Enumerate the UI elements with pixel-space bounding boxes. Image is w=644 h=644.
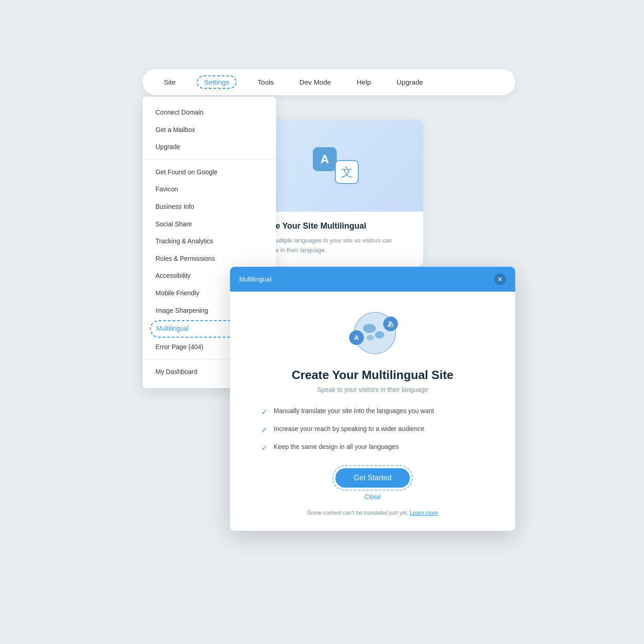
svg-text:A: A bbox=[354, 334, 359, 341]
close-link[interactable]: Close bbox=[252, 493, 493, 500]
dropdown-get-mailbox[interactable]: Get a Mailbox bbox=[143, 121, 276, 139]
divider-1 bbox=[143, 160, 276, 160]
footer-note: Some content can't be translated just ye… bbox=[252, 510, 493, 520]
nav-site[interactable]: Site bbox=[159, 76, 180, 88]
checkmark-icon-3: ✓ bbox=[261, 443, 267, 454]
dialog-header: Multilingual ✕ bbox=[230, 267, 515, 292]
promo-card-title: Make Your Site Multilingual bbox=[259, 221, 412, 231]
dropdown-business-info[interactable]: Business Info bbox=[143, 198, 276, 216]
feature-text-1: Manually translate your site into the la… bbox=[274, 406, 434, 416]
dialog-body: A あ Create Your Multilingual Site Speak … bbox=[230, 292, 515, 531]
checkmark-icon-2: ✓ bbox=[261, 425, 267, 436]
dropdown-get-found[interactable]: Get Found on Google bbox=[143, 164, 276, 181]
learn-more-link[interactable]: Learn more bbox=[410, 510, 438, 516]
feature-text-2: Increase your reach by speaking to a wid… bbox=[274, 424, 425, 434]
get-started-button[interactable]: Get Started bbox=[335, 468, 410, 488]
icon-zh: 文 bbox=[335, 160, 359, 184]
feature-item-3: ✓ Keep the same design in all your langu… bbox=[261, 442, 484, 454]
dropdown-connect-domain[interactable]: Connect Domain bbox=[143, 104, 276, 121]
dropdown-upgrade[interactable]: Upgrade bbox=[143, 138, 276, 156]
nav-settings[interactable]: Settings bbox=[197, 75, 236, 89]
multilingual-dialog: Multilingual ✕ A あ bbox=[230, 267, 515, 531]
dialog-heading: Create Your Multilingual Site bbox=[252, 368, 493, 382]
translate-icon: A ⇄ 文 bbox=[313, 147, 359, 184]
close-icon[interactable]: ✕ bbox=[494, 273, 506, 285]
checkmark-icon-1: ✓ bbox=[261, 407, 267, 418]
svg-point-3 bbox=[375, 331, 384, 339]
navbar: Site Settings Tools Dev Mode Help Upgrad… bbox=[143, 69, 515, 95]
nav-devmode[interactable]: Dev Mode bbox=[295, 76, 335, 88]
dropdown-favicon[interactable]: Favicon bbox=[143, 181, 276, 198]
promo-card-desc: Add multiple languages to your site so v… bbox=[259, 236, 412, 255]
dialog-subtitle: Speak to your visitors in their language bbox=[252, 386, 493, 393]
nav-upgrade[interactable]: Upgrade bbox=[392, 76, 428, 88]
feature-item-1: ✓ Manually translate your site into the … bbox=[261, 406, 484, 418]
feature-text-3: Keep the same design in all your languag… bbox=[274, 442, 399, 452]
svg-point-2 bbox=[363, 324, 376, 333]
svg-text:あ: あ bbox=[387, 320, 394, 328]
features-list: ✓ Manually translate your site into the … bbox=[252, 406, 493, 454]
dropdown-roles[interactable]: Roles & Permissions bbox=[143, 250, 276, 268]
dropdown-tracking[interactable]: Tracking & Analytics bbox=[143, 233, 276, 250]
svg-point-4 bbox=[367, 335, 374, 340]
feature-item-2: ✓ Increase your reach by speaking to a w… bbox=[261, 424, 484, 436]
globe-illustration: A あ bbox=[343, 306, 402, 357]
dialog-title: Multilingual bbox=[239, 276, 271, 283]
nav-help[interactable]: Help bbox=[352, 76, 375, 88]
nav-tools[interactable]: Tools bbox=[253, 76, 278, 88]
dropdown-social-share[interactable]: Social Share bbox=[143, 216, 276, 233]
